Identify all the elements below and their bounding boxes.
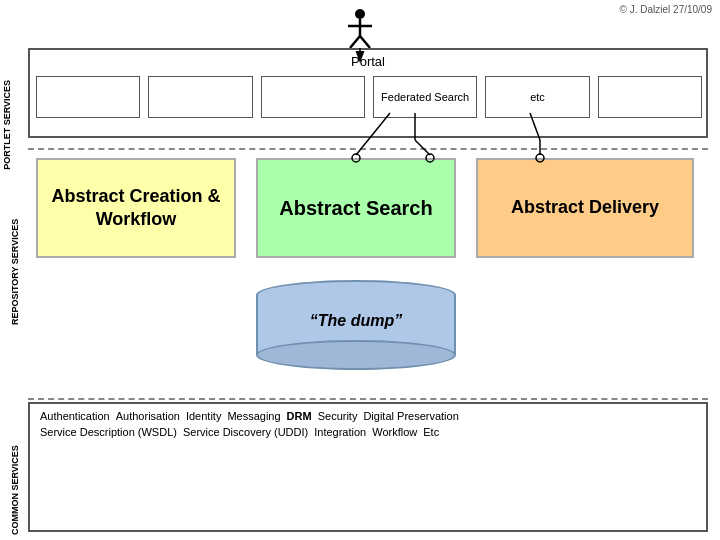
svg-line-3 (350, 36, 360, 48)
copyright-text: © J. Dalziel 27/10/09 (620, 4, 712, 15)
svg-point-0 (355, 9, 365, 19)
dump-label: “The dump” (256, 312, 456, 330)
portlet-repo-divider (28, 148, 708, 150)
portlet-row: Federated Search etc (36, 70, 702, 124)
etc-common-item: Etc (423, 426, 439, 438)
workflow-item: Workflow (372, 426, 417, 438)
common-row-2: Service Description (WSDL) Service Disco… (40, 426, 696, 438)
integration-item: Integration (314, 426, 366, 438)
portlet-services-label: PORTLET SERVICES (2, 80, 28, 170)
abstract-search-box: Abstract Search (256, 158, 456, 258)
abstract-creation-box: Abstract Creation & Workflow (36, 158, 236, 258)
authorisation-item: Authorisation (116, 410, 180, 422)
portlet-item-etc: etc (485, 76, 589, 118)
messaging-item: Messaging (227, 410, 280, 422)
abstract-delivery-box: Abstract Delivery (476, 158, 694, 258)
portlet-item-2 (148, 76, 252, 118)
common-services-box: Authentication Authorisation Identity Me… (28, 402, 708, 532)
common-row-1: Authentication Authorisation Identity Me… (40, 410, 696, 422)
identity-item: Identity (186, 410, 221, 422)
portlet-item-6 (598, 76, 702, 118)
drm-item: DRM (287, 410, 312, 422)
security-item: Security (318, 410, 358, 422)
portlet-item-1 (36, 76, 140, 118)
portlet-item-3 (261, 76, 365, 118)
dump-ellipse-bottom (256, 340, 456, 370)
common-services-content: Authentication Authorisation Identity Me… (30, 404, 706, 448)
portlet-item-federated-search: Federated Search (373, 76, 477, 118)
digital-preservation-item: Digital Preservation (363, 410, 458, 422)
repo-common-divider (28, 398, 708, 400)
service-description-item: Service Description (WSDL) (40, 426, 177, 438)
repo-services-label: REPOSITORY SERVICES (2, 185, 28, 325)
service-discovery-item: Service Discovery (UDDI) (183, 426, 308, 438)
svg-line-4 (360, 36, 370, 48)
auth-item: Authentication (40, 410, 110, 422)
common-services-label: COMMON SERVICES (2, 415, 28, 535)
